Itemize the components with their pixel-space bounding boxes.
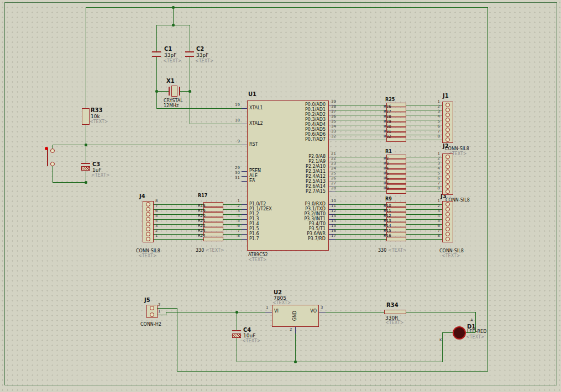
u1-pin-number: 9	[227, 140, 240, 144]
u1-part: AT89C52	[248, 253, 268, 257]
connector-pin-circle[interactable]	[146, 212, 150, 216]
connector-pin-circle[interactable]	[445, 189, 450, 194]
connector-pin-circle[interactable]	[150, 312, 154, 317]
connector-pin-circle[interactable]	[445, 202, 450, 206]
resistor-symbol[interactable]	[386, 179, 406, 184]
u1-pin-number: 37	[331, 110, 343, 114]
connector-pin-circle[interactable]	[445, 212, 450, 216]
connector-pin-circle[interactable]	[445, 155, 450, 159]
pin-stub	[242, 145, 247, 145]
connector-pin-circle[interactable]	[445, 123, 450, 127]
connector-pin-circle[interactable]	[445, 169, 450, 174]
schematic-canvas[interactable]: C1 33pF <TEXT> C2 33pF <TEXT> X1 CRYSTAL…	[0, 0, 561, 392]
connector-pin-circle[interactable]	[445, 222, 450, 226]
u1-pin-name: XTAL1	[249, 106, 263, 110]
wire	[223, 239, 242, 240]
reset-button-actuator[interactable]	[47, 147, 48, 166]
connector-pin-circle[interactable]	[445, 160, 450, 164]
u1-pin-name: P2.5/A13	[276, 179, 326, 184]
x1-crystal-body[interactable]	[171, 86, 177, 97]
connector-pin-circle[interactable]	[445, 128, 450, 132]
connector-pin-circle[interactable]	[445, 118, 450, 122]
resistor-symbol[interactable]	[386, 165, 406, 169]
wire	[223, 224, 242, 225]
connector-pin-circle[interactable]	[146, 207, 150, 211]
connector-pin-circle[interactable]	[445, 103, 450, 107]
c1-text: <TEXT>	[163, 59, 182, 63]
resistor-ref: R23	[198, 229, 206, 233]
c4-capacitor-plate[interactable]	[232, 330, 241, 331]
c4-text: <TEXT>	[242, 339, 261, 343]
wire	[406, 312, 475, 312]
resistor-ref: R14	[384, 224, 391, 228]
resistor-ref: R11	[384, 209, 391, 213]
connector-pin-circle[interactable]	[445, 227, 450, 231]
resistor-ref: R27	[384, 110, 391, 114]
resistor-symbol[interactable]	[203, 212, 223, 216]
c4-capacitor-body[interactable]	[232, 333, 241, 338]
connector-pin-circle[interactable]	[146, 202, 150, 206]
resistor-symbol[interactable]	[386, 169, 406, 174]
c3-value: 1uF	[92, 168, 102, 173]
reset-button-marker[interactable]	[45, 147, 48, 150]
d1-led-symbol[interactable]	[453, 326, 466, 340]
connector-pin-circle[interactable]	[445, 217, 450, 221]
connector-pin-circle[interactable]	[146, 217, 150, 221]
c3-capacitor-plate[interactable]	[81, 163, 90, 164]
connector-pin-circle[interactable]	[445, 237, 450, 241]
reset-button-contact-bottom[interactable]	[50, 162, 55, 166]
resistor-symbol[interactable]	[203, 237, 223, 241]
resistor-symbol[interactable]	[386, 184, 406, 189]
pin-stub	[329, 192, 335, 192]
connector-pin-circle[interactable]	[445, 165, 450, 169]
connector-pin-number: 4	[427, 115, 440, 119]
wire	[158, 315, 166, 315]
resistor-symbol[interactable]	[203, 232, 223, 236]
connector-pin-circle[interactable]	[445, 133, 450, 137]
connector-pin-circle[interactable]	[445, 108, 450, 112]
resistor-symbol[interactable]	[203, 217, 223, 221]
u1-pin-name: P2.2/A10	[276, 165, 326, 169]
x1-crystal-plate-left[interactable]	[169, 87, 170, 96]
resistor-symbol[interactable]	[386, 174, 406, 179]
resistor-symbol[interactable]	[203, 202, 223, 206]
connector-pin-circle[interactable]	[146, 227, 150, 231]
wire	[335, 177, 386, 177]
wire	[406, 140, 442, 140]
pin-stub	[242, 224, 247, 225]
wire	[335, 130, 386, 130]
j3-text: <TEXT>	[442, 254, 460, 258]
connector-pin-circle[interactable]	[445, 137, 450, 142]
u1-pin-name: EA	[249, 179, 255, 183]
c3-ref: C3	[92, 162, 100, 167]
r33-resistor-symbol[interactable]	[82, 108, 90, 125]
resistor-symbol[interactable]	[386, 189, 406, 194]
resistor-symbol[interactable]	[203, 222, 223, 226]
resistor-symbol[interactable]	[386, 160, 406, 164]
wire	[335, 120, 386, 120]
connector-pin-circle[interactable]	[445, 184, 450, 189]
connector-pin-circle[interactable]	[146, 222, 150, 226]
u1-pin-number: 30	[227, 171, 240, 175]
u1-pin-name: P0.2/AD2	[276, 113, 326, 117]
connector-pin-circle[interactable]	[146, 232, 150, 236]
resistor-symbol[interactable]	[203, 207, 223, 211]
connector-pin-number: 4	[427, 214, 440, 218]
resistor-symbol[interactable]	[386, 155, 406, 159]
connector-pin-circle[interactable]	[445, 174, 450, 179]
c2-capacitor-plate-top[interactable]	[185, 51, 194, 52]
c3-capacitor-body[interactable]	[81, 166, 90, 171]
r34-resistor-symbol[interactable]	[384, 310, 406, 314]
wire	[466, 332, 475, 333]
reset-button-contact-top[interactable]	[50, 149, 55, 153]
connector-pin-circle[interactable]	[146, 237, 150, 241]
connector-pin-circle[interactable]	[445, 179, 450, 184]
c1-capacitor-plate-top[interactable]	[152, 51, 161, 52]
connector-pin-circle[interactable]	[445, 232, 450, 236]
connector-pin-circle[interactable]	[150, 306, 154, 310]
wire	[406, 192, 442, 192]
resistor-symbol[interactable]	[203, 227, 223, 231]
connector-pin-circle[interactable]	[445, 113, 450, 117]
connector-pin-circle[interactable]	[445, 207, 450, 211]
u2-pin-gnd-number: 2	[290, 328, 292, 332]
